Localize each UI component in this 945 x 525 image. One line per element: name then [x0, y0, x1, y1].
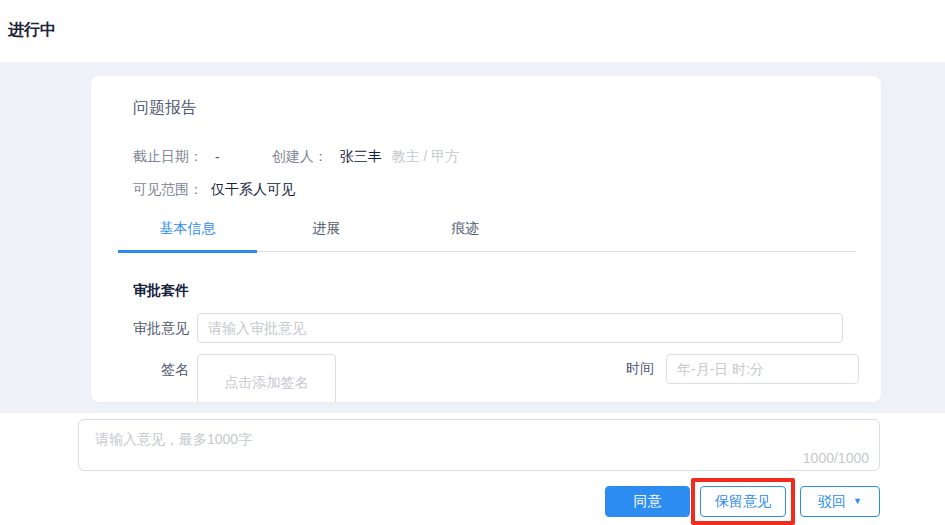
reserve-opinion-button[interactable]: 保留意见	[700, 486, 786, 517]
tab-basic-info[interactable]: 基本信息	[118, 220, 257, 251]
agree-button[interactable]: 同意	[605, 486, 690, 517]
creator-role: 教主 / 甲方	[392, 148, 460, 166]
footer-action-bar: 1000/1000 同意 保留意见 驳回 ▼	[0, 413, 945, 525]
creator-name: 张三丰	[340, 148, 382, 166]
tab-trace[interactable]: 痕迹	[396, 220, 535, 251]
approval-opinion-row: 审批意见	[133, 313, 859, 343]
meta-row-first: 截止日期： - 创建人： 张三丰 教主 / 甲方	[133, 148, 859, 166]
time-label: 时间	[626, 360, 654, 378]
creator-label: 创建人：	[272, 148, 328, 166]
approval-opinion-input[interactable]	[197, 313, 843, 343]
action-buttons: 同意 保留意见 驳回 ▼	[78, 478, 880, 525]
meta-row-second: 可见范围： 仅干系人可见	[133, 181, 859, 199]
deadline-label: 截止日期：	[133, 148, 203, 166]
signature-time-row: 签名 点击添加签名 时间	[133, 354, 859, 402]
task-detail-card: 问题报告 截止日期： - 创建人： 张三丰 教主 / 甲方 可见范围： 仅干系人…	[91, 76, 881, 402]
approval-section-title: 审批套件	[133, 282, 859, 300]
approval-opinion-label: 审批意见	[133, 313, 197, 343]
page-title: 进行中	[8, 20, 945, 41]
signature-placeholder-text: 点击添加签名	[225, 374, 309, 392]
comment-box: 1000/1000	[78, 419, 880, 471]
time-group: 时间	[626, 354, 859, 384]
deadline-value: -	[215, 149, 220, 165]
card-title: 问题报告	[133, 98, 859, 119]
signature-label: 签名	[133, 354, 197, 384]
signature-add-box[interactable]: 点击添加签名	[197, 354, 336, 402]
page-header: 进行中	[0, 0, 945, 63]
content-area: 问题报告 截止日期： - 创建人： 张三丰 教主 / 甲方 可见范围： 仅干系人…	[0, 63, 945, 413]
reject-dropdown-button[interactable]: 驳回 ▼	[800, 486, 880, 517]
tab-progress[interactable]: 进展	[257, 220, 396, 251]
red-highlight-annotation: 保留意见	[691, 478, 795, 525]
chevron-down-icon: ▼	[853, 497, 862, 506]
tab-bar: 基本信息 进展 痕迹	[118, 220, 856, 252]
visibility-label: 可见范围：	[133, 181, 203, 199]
visibility-value: 仅干系人可见	[211, 181, 295, 199]
time-input[interactable]	[666, 354, 859, 384]
reject-button-label: 驳回	[818, 493, 846, 511]
comment-textarea[interactable]	[79, 420, 879, 470]
